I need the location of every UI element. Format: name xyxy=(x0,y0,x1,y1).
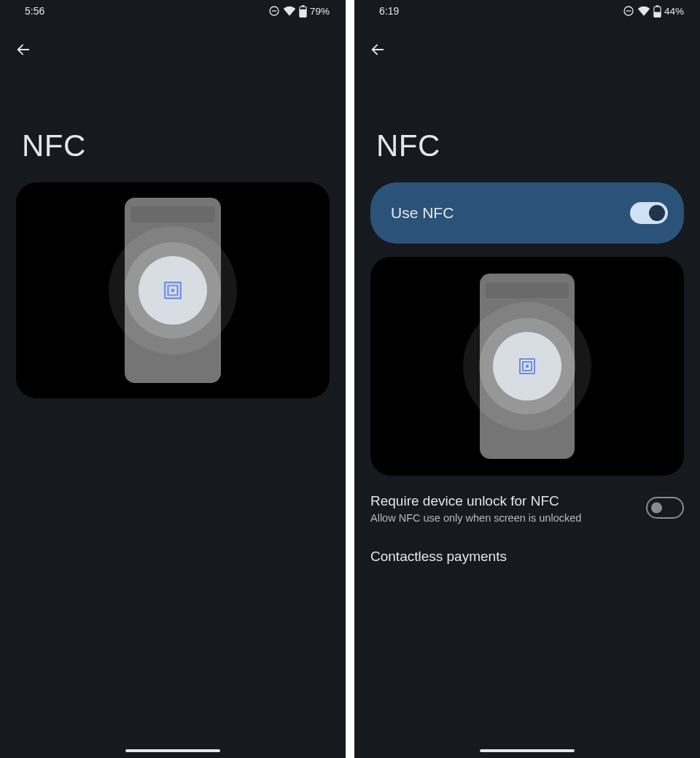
page-title: NFC xyxy=(354,64,700,182)
require-unlock-row[interactable]: Require device unlock for NFC Allow NFC … xyxy=(370,476,684,534)
dnd-icon xyxy=(623,5,634,17)
require-unlock-title: Require device unlock for NFC xyxy=(370,492,634,511)
contactless-payments-label: Contactless payments xyxy=(370,549,507,564)
home-indicator[interactable] xyxy=(125,749,220,752)
phone-graphic xyxy=(125,198,221,383)
nfc-illustration xyxy=(16,182,330,398)
arrow-left-icon xyxy=(370,42,386,58)
wifi-icon xyxy=(637,6,650,16)
svg-rect-13 xyxy=(654,12,661,17)
phone-graphic xyxy=(480,274,575,459)
phone-screen-left: 5:56 79% NFC xyxy=(0,0,346,758)
contactless-payments-row[interactable]: Contactless payments xyxy=(370,534,684,579)
arrow-left-icon xyxy=(15,42,31,58)
status-bar: 5:56 79% xyxy=(0,0,346,20)
page-title: NFC xyxy=(0,64,346,182)
svg-rect-17 xyxy=(526,365,529,368)
svg-rect-4 xyxy=(300,9,306,17)
status-icons: 44% xyxy=(623,5,684,18)
require-unlock-toggle[interactable] xyxy=(646,497,684,519)
svg-rect-8 xyxy=(171,289,174,292)
use-nfc-label: Use NFC xyxy=(391,204,454,222)
back-button[interactable] xyxy=(9,35,38,64)
use-nfc-toggle-row[interactable]: Use NFC xyxy=(370,182,684,244)
status-time: 6:19 xyxy=(379,5,399,17)
battery-percent: 44% xyxy=(664,6,684,17)
status-icons: 79% xyxy=(268,5,330,18)
battery-icon xyxy=(299,5,307,18)
require-unlock-subtitle: Allow NFC use only when screen is unlock… xyxy=(370,512,634,524)
nfc-chip-icon xyxy=(518,357,537,376)
back-button[interactable] xyxy=(363,35,392,64)
nfc-illustration xyxy=(370,257,684,476)
phone-screen-right: 6:19 44% NFC Use NFC xyxy=(354,0,700,758)
battery-icon xyxy=(653,5,661,18)
nfc-chip-icon xyxy=(163,281,182,300)
home-indicator[interactable] xyxy=(480,749,575,752)
dnd-icon xyxy=(268,5,280,17)
battery-percent: 79% xyxy=(310,6,330,17)
wifi-icon xyxy=(283,6,296,16)
status-bar: 6:19 44% xyxy=(354,0,700,20)
use-nfc-toggle[interactable] xyxy=(630,202,668,224)
status-time: 5:56 xyxy=(25,5,44,17)
